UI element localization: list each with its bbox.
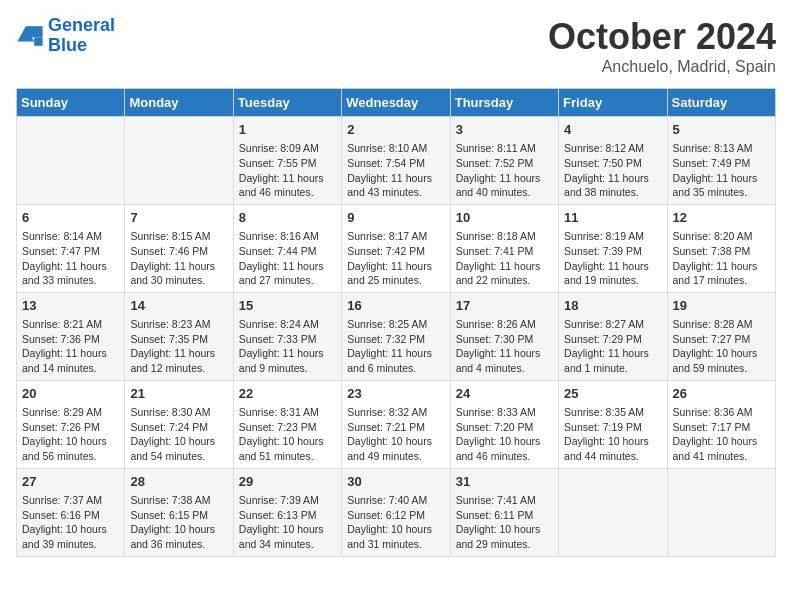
cell-text: Sunrise: 8:32 AM [347, 405, 444, 420]
week-row-2: 6Sunrise: 8:14 AMSunset: 7:47 PMDaylight… [17, 204, 776, 292]
day-header-sunday: Sunday [17, 89, 125, 117]
week-row-3: 13Sunrise: 8:21 AMSunset: 7:36 PMDayligh… [17, 292, 776, 380]
cell-text: Daylight: 10 hours and 34 minutes. [239, 522, 336, 551]
calendar-cell: 8Sunrise: 8:16 AMSunset: 7:44 PMDaylight… [233, 204, 341, 292]
cell-text: Sunrise: 8:09 AM [239, 141, 336, 156]
day-number: 10 [456, 209, 553, 227]
cell-text: Daylight: 11 hours and 12 minutes. [130, 346, 227, 375]
cell-text: Daylight: 10 hours and 41 minutes. [673, 434, 770, 463]
calendar-cell: 26Sunrise: 8:36 AMSunset: 7:17 PMDayligh… [667, 380, 775, 468]
cell-text: Sunrise: 7:39 AM [239, 493, 336, 508]
cell-text: Sunset: 7:39 PM [564, 244, 661, 259]
cell-text: Sunset: 7:17 PM [673, 420, 770, 435]
cell-text: Sunset: 7:23 PM [239, 420, 336, 435]
day-number: 11 [564, 209, 661, 227]
day-number: 24 [456, 385, 553, 403]
cell-text: Sunset: 7:20 PM [456, 420, 553, 435]
day-number: 1 [239, 121, 336, 139]
cell-text: Sunrise: 8:13 AM [673, 141, 770, 156]
page-header: General Blue October 2024 Anchuelo, Madr… [16, 16, 776, 76]
cell-text: Sunrise: 8:29 AM [22, 405, 119, 420]
cell-text: Sunrise: 8:16 AM [239, 229, 336, 244]
day-number: 15 [239, 297, 336, 315]
cell-text: Daylight: 11 hours and 1 minute. [564, 346, 661, 375]
cell-text: Daylight: 11 hours and 9 minutes. [239, 346, 336, 375]
calendar-cell: 27Sunrise: 7:37 AMSunset: 6:16 PMDayligh… [17, 468, 125, 556]
cell-text: Sunrise: 8:36 AM [673, 405, 770, 420]
cell-text: Sunset: 7:35 PM [130, 332, 227, 347]
cell-text: Sunrise: 7:38 AM [130, 493, 227, 508]
day-number: 13 [22, 297, 119, 315]
day-number: 16 [347, 297, 444, 315]
cell-text: Daylight: 11 hours and 17 minutes. [673, 259, 770, 288]
day-number: 6 [22, 209, 119, 227]
calendar-cell: 30Sunrise: 7:40 AMSunset: 6:12 PMDayligh… [342, 468, 450, 556]
day-number: 5 [673, 121, 770, 139]
calendar-cell: 22Sunrise: 8:31 AMSunset: 7:23 PMDayligh… [233, 380, 341, 468]
calendar-table: SundayMondayTuesdayWednesdayThursdayFrid… [16, 88, 776, 557]
cell-text: Sunset: 7:55 PM [239, 156, 336, 171]
cell-text: Sunset: 7:46 PM [130, 244, 227, 259]
cell-text: Daylight: 11 hours and 22 minutes. [456, 259, 553, 288]
cell-text: Sunset: 7:42 PM [347, 244, 444, 259]
cell-text: Sunset: 7:54 PM [347, 156, 444, 171]
day-number: 18 [564, 297, 661, 315]
cell-text: Sunrise: 8:25 AM [347, 317, 444, 332]
cell-text: Sunrise: 7:40 AM [347, 493, 444, 508]
cell-text: Sunrise: 8:11 AM [456, 141, 553, 156]
day-number: 22 [239, 385, 336, 403]
calendar-cell: 19Sunrise: 8:28 AMSunset: 7:27 PMDayligh… [667, 292, 775, 380]
cell-text: Daylight: 10 hours and 51 minutes. [239, 434, 336, 463]
logo-icon [16, 22, 44, 50]
cell-text: Daylight: 11 hours and 19 minutes. [564, 259, 661, 288]
header-row: SundayMondayTuesdayWednesdayThursdayFrid… [17, 89, 776, 117]
day-number: 21 [130, 385, 227, 403]
cell-text: Sunrise: 8:24 AM [239, 317, 336, 332]
cell-text: Sunset: 6:11 PM [456, 508, 553, 523]
day-header-saturday: Saturday [667, 89, 775, 117]
cell-text: Sunset: 6:15 PM [130, 508, 227, 523]
cell-text: Sunset: 7:52 PM [456, 156, 553, 171]
cell-text: Daylight: 10 hours and 39 minutes. [22, 522, 119, 551]
cell-text: Sunset: 6:16 PM [22, 508, 119, 523]
svg-marker-1 [34, 37, 42, 45]
cell-text: Sunrise: 7:37 AM [22, 493, 119, 508]
cell-text: Sunrise: 8:12 AM [564, 141, 661, 156]
cell-text: Sunset: 7:19 PM [564, 420, 661, 435]
day-number: 31 [456, 473, 553, 491]
cell-text: Daylight: 11 hours and 40 minutes. [456, 171, 553, 200]
logo-name: General Blue [48, 16, 115, 56]
cell-text: Sunrise: 8:26 AM [456, 317, 553, 332]
calendar-cell: 10Sunrise: 8:18 AMSunset: 7:41 PMDayligh… [450, 204, 558, 292]
calendar-cell: 23Sunrise: 8:32 AMSunset: 7:21 PMDayligh… [342, 380, 450, 468]
calendar-cell: 6Sunrise: 8:14 AMSunset: 7:47 PMDaylight… [17, 204, 125, 292]
cell-text: Daylight: 11 hours and 25 minutes. [347, 259, 444, 288]
cell-text: Sunrise: 8:15 AM [130, 229, 227, 244]
calendar-cell [559, 468, 667, 556]
cell-text: Daylight: 10 hours and 59 minutes. [673, 346, 770, 375]
cell-text: Sunset: 7:30 PM [456, 332, 553, 347]
cell-text: Daylight: 10 hours and 36 minutes. [130, 522, 227, 551]
calendar-cell: 9Sunrise: 8:17 AMSunset: 7:42 PMDaylight… [342, 204, 450, 292]
day-number: 9 [347, 209, 444, 227]
cell-text: Daylight: 11 hours and 6 minutes. [347, 346, 444, 375]
cell-text: Sunrise: 7:41 AM [456, 493, 553, 508]
day-header-wednesday: Wednesday [342, 89, 450, 117]
cell-text: Daylight: 11 hours and 43 minutes. [347, 171, 444, 200]
month-title: October 2024 [548, 16, 776, 58]
title-block: October 2024 Anchuelo, Madrid, Spain [548, 16, 776, 76]
cell-text: Sunrise: 8:35 AM [564, 405, 661, 420]
calendar-cell: 5Sunrise: 8:13 AMSunset: 7:49 PMDaylight… [667, 117, 775, 205]
day-number: 8 [239, 209, 336, 227]
calendar-cell: 2Sunrise: 8:10 AMSunset: 7:54 PMDaylight… [342, 117, 450, 205]
cell-text: Sunrise: 8:10 AM [347, 141, 444, 156]
cell-text: Sunrise: 8:31 AM [239, 405, 336, 420]
day-number: 27 [22, 473, 119, 491]
calendar-cell: 15Sunrise: 8:24 AMSunset: 7:33 PMDayligh… [233, 292, 341, 380]
calendar-cell [17, 117, 125, 205]
cell-text: Sunrise: 8:21 AM [22, 317, 119, 332]
cell-text: Sunset: 7:21 PM [347, 420, 444, 435]
day-number: 4 [564, 121, 661, 139]
day-number: 29 [239, 473, 336, 491]
cell-text: Daylight: 11 hours and 4 minutes. [456, 346, 553, 375]
